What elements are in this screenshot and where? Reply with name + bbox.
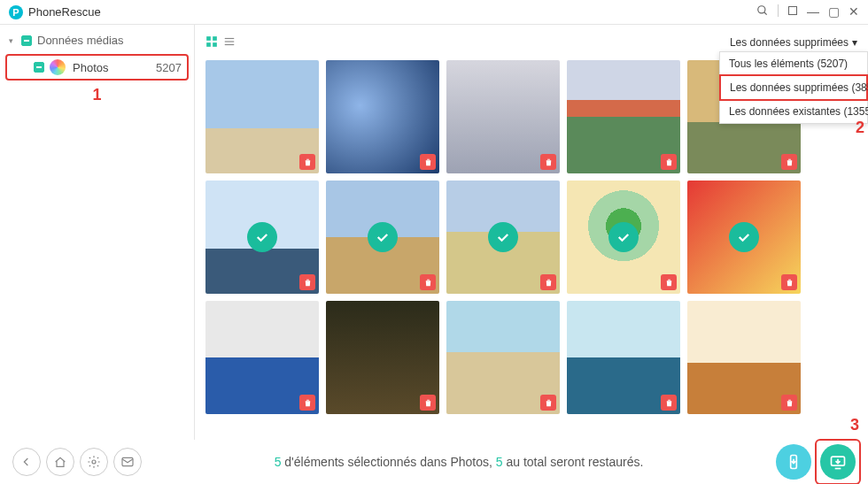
restore-icon[interactable]: ▢ bbox=[828, 4, 840, 19]
view-switch bbox=[205, 35, 236, 50]
checkbox-partial[interactable] bbox=[34, 62, 44, 73]
selected-check-icon bbox=[368, 222, 398, 252]
photo-thumbnail[interactable] bbox=[326, 181, 439, 294]
photo-thumbnail[interactable] bbox=[446, 301, 560, 414]
feedback-button[interactable] bbox=[113, 448, 142, 476]
app-logo-icon: P bbox=[9, 5, 23, 19]
svg-rect-2 bbox=[789, 7, 797, 15]
svg-point-0 bbox=[758, 6, 765, 13]
main-content: Les données supprimées ▾ Tous les élémen… bbox=[195, 25, 868, 440]
title-controls: — ▢ ✕ bbox=[756, 4, 859, 19]
photo-thumbnail[interactable] bbox=[687, 301, 801, 414]
minimize-icon[interactable]: — bbox=[807, 4, 819, 19]
sidebar-item-photos[interactable]: Photos 5207 bbox=[5, 54, 189, 81]
svg-rect-5 bbox=[206, 42, 211, 47]
home-button[interactable] bbox=[46, 448, 74, 476]
back-button[interactable] bbox=[12, 448, 41, 476]
svg-rect-4 bbox=[213, 36, 217, 41]
content-toolbar: Les données supprimées ▾ bbox=[205, 32, 857, 53]
photos-count: 5207 bbox=[156, 61, 182, 74]
sidebar: ▾ Données médias Photos 5207 1 bbox=[0, 25, 195, 440]
footer: 5 d'éléments sélectionnés dans Photos, 5… bbox=[0, 440, 868, 484]
selected-check-icon bbox=[247, 222, 277, 252]
photo-thumbnail[interactable] bbox=[446, 60, 560, 173]
close-icon[interactable]: ✕ bbox=[849, 4, 859, 19]
trash-icon bbox=[661, 395, 677, 411]
maximize-panel-icon[interactable] bbox=[787, 4, 798, 19]
trash-icon bbox=[299, 395, 315, 411]
tree-root-label: Données médias bbox=[37, 34, 124, 47]
photos-label: Photos bbox=[73, 61, 156, 74]
selected-check-icon bbox=[488, 222, 518, 252]
list-view-icon[interactable] bbox=[223, 35, 236, 50]
annotation-highlight-3 bbox=[815, 439, 861, 484]
filter-current-label: Les données supprimées bbox=[730, 36, 849, 49]
photo-thumbnail[interactable] bbox=[446, 181, 560, 294]
trash-icon bbox=[781, 395, 797, 411]
photo-thumbnail[interactable] bbox=[326, 301, 439, 414]
photo-thumbnail[interactable] bbox=[567, 60, 680, 173]
selected-check-icon bbox=[608, 222, 639, 252]
trash-icon bbox=[540, 395, 556, 411]
status-mid: d'éléments sélectionnés dans Photos, bbox=[281, 455, 495, 469]
filter-dropdown-menu: Tous les éléments (5207) Les données sup… bbox=[719, 51, 868, 124]
status-restore-count: 5 bbox=[496, 455, 503, 469]
svg-rect-6 bbox=[213, 42, 217, 47]
chevron-down-icon: ▾ bbox=[9, 36, 18, 45]
trash-icon bbox=[420, 154, 436, 170]
photo-thumbnail[interactable] bbox=[205, 181, 319, 294]
selected-check-icon bbox=[729, 222, 759, 252]
svg-line-1 bbox=[764, 12, 767, 15]
search-icon[interactable] bbox=[756, 4, 769, 19]
filter-item-existing[interactable]: Les données existantes (1355) bbox=[720, 100, 867, 123]
trash-icon bbox=[540, 154, 556, 170]
trash-icon bbox=[781, 154, 797, 170]
filter-dropdown-button[interactable]: Les données supprimées ▾ bbox=[730, 36, 857, 49]
annotation-step-2: 2 bbox=[856, 119, 864, 137]
trash-icon bbox=[781, 274, 797, 290]
photo-thumbnail[interactable] bbox=[567, 301, 680, 414]
trash-icon bbox=[420, 274, 436, 290]
filter-item-all[interactable]: Tous les éléments (5207) bbox=[720, 52, 867, 75]
footer-nav-buttons bbox=[12, 448, 142, 476]
photo-thumbnail[interactable] bbox=[326, 60, 439, 173]
trash-icon bbox=[299, 274, 315, 290]
annotation-step-1: 1 bbox=[0, 86, 194, 104]
divider bbox=[778, 4, 779, 17]
photo-thumbnail[interactable] bbox=[205, 301, 319, 414]
photo-thumbnail[interactable] bbox=[205, 60, 319, 173]
settings-button[interactable] bbox=[80, 448, 108, 476]
filter-item-deleted[interactable]: Les données supprimées (3852) bbox=[719, 74, 868, 101]
status-text: 5 d'éléments sélectionnés dans Photos, 5… bbox=[142, 455, 776, 469]
trash-icon bbox=[540, 274, 556, 290]
export-buttons bbox=[776, 444, 856, 480]
grid-view-icon[interactable] bbox=[205, 35, 218, 50]
checkbox-partial[interactable] bbox=[21, 35, 32, 46]
status-post: au total seront restaurés. bbox=[503, 455, 644, 469]
chevron-down-icon: ▾ bbox=[852, 36, 857, 49]
trash-icon bbox=[661, 154, 677, 170]
photos-icon bbox=[50, 59, 66, 75]
app-title: PhoneRescue bbox=[28, 5, 756, 19]
trash-icon bbox=[299, 154, 315, 170]
trash-icon bbox=[420, 395, 436, 411]
trash-icon bbox=[661, 274, 677, 290]
svg-point-10 bbox=[92, 460, 96, 464]
photo-thumbnail[interactable] bbox=[687, 181, 801, 294]
tree-root-media[interactable]: ▾ Données médias bbox=[0, 30, 194, 50]
recover-to-device-button[interactable] bbox=[776, 444, 811, 480]
titlebar: P PhoneRescue — ▢ ✕ bbox=[0, 0, 868, 25]
annotation-step-3: 3 bbox=[850, 416, 859, 434]
photo-thumbnail[interactable] bbox=[567, 181, 680, 294]
svg-rect-3 bbox=[206, 36, 211, 41]
